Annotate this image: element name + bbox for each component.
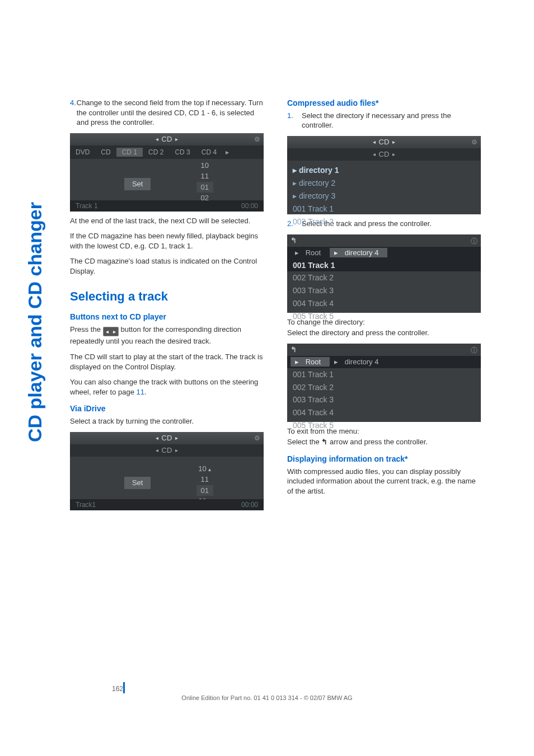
heading-selecting-track: Selecting a track xyxy=(70,288,264,305)
page: CD player and CD changer 4. Change to th… xyxy=(0,0,534,756)
paragraph: At the end of the last track, the next C… xyxy=(70,216,264,226)
text: arrow and press the controller. xyxy=(327,438,427,446)
right-column: Compressed audio files* 1. Select the di… xyxy=(287,98,481,515)
paragraph: If the CD magazine has been newly filled… xyxy=(70,231,264,251)
track-num: 11 xyxy=(196,474,213,485)
right-arrow-icon: ▸ xyxy=(392,138,395,146)
left-arrow-icon: ◂ xyxy=(373,138,376,146)
ss3-subbar: ◂ CD ▸ xyxy=(287,148,481,161)
list-item: 001 Track 1 xyxy=(293,203,475,215)
paragraph: Select the directory and press the contr… xyxy=(287,328,481,338)
gear-icon: ⚙ xyxy=(254,135,260,144)
step-list: 1. Select the directory if necessary and… xyxy=(287,111,481,130)
list-item: ▸ directory 2 xyxy=(293,177,475,190)
ss2-title: CD xyxy=(162,433,172,443)
paragraph: Select the ↰ arrow and press the control… xyxy=(287,437,481,447)
ss1-titlebar: ◂ CD ▸ ⚙ xyxy=(70,133,264,145)
paragraph: Select a track by turning the controller… xyxy=(70,416,264,426)
ss3-titlebar: ◂ CD ▸ ⚙ xyxy=(287,136,481,148)
list-item: 001 Track 1 xyxy=(287,259,481,272)
tab-more-arrow-icon: ▸ xyxy=(222,148,232,157)
ss5-back-row: ↰ ⓘ xyxy=(287,344,481,356)
gear-icon: ⓘ xyxy=(471,237,477,246)
text: Press the xyxy=(70,325,103,334)
screenshot-cd-selector: ◂ CD ▸ ⚙ DVD CD CD 1 CD 2 CD 3 CD 4 ▸ Se… xyxy=(70,133,264,212)
crumb-directory: ▸ directory 4 xyxy=(330,357,387,367)
right-arrow-icon: ▸ xyxy=(175,434,178,442)
paragraph: The CD magazine's load status is indicat… xyxy=(70,256,264,276)
screenshot-directory-change: ↰ ⓘ ▸ Root ▸ directory 4 001 Track 1 002… xyxy=(287,344,481,422)
tab-cd3: CD 3 xyxy=(169,148,195,157)
list-item: 005 Track 5 xyxy=(293,419,475,432)
content-columns: 4. Change to the second field from the t… xyxy=(70,98,481,515)
ss2-titlebar: ◂ CD ▸ ⚙ xyxy=(70,432,264,444)
gear-icon: ⚙ xyxy=(254,434,260,443)
text: . xyxy=(144,388,147,396)
ss3-title: CD xyxy=(379,137,390,147)
ss1-tabs: DVD CD CD 1 CD 2 CD 3 CD 4 ▸ xyxy=(70,145,264,159)
seek-button-icon: ◂ ▸ xyxy=(103,327,119,337)
list-item: 002 Track 2 xyxy=(293,215,475,228)
left-arrow-icon: ◂ xyxy=(156,135,158,143)
heading-display-info: Displaying information on track* xyxy=(287,454,481,464)
ss2-time: 00:00 xyxy=(241,500,258,510)
track-num: 11 xyxy=(196,171,213,182)
step-4-text: Change to the second field from the top … xyxy=(77,98,264,128)
back-arrow-icon: ↰ xyxy=(291,236,297,246)
paragraph: With compressed audio files, you can dis… xyxy=(287,467,481,496)
paragraph: Press the ◂ ▸ button for the correspondi… xyxy=(70,325,264,346)
track-num: 01 xyxy=(196,182,213,193)
paragraph: The CD will start to play at the start o… xyxy=(70,352,264,372)
gear-icon: ⚙ xyxy=(471,138,477,147)
step-4: 4. Change to the second field from the t… xyxy=(70,98,264,128)
screenshot-idrive-track: ◂ CD ▸ ⚙ ◂ CD ▸ Set 10 ▴ 11 01 02 ▾ xyxy=(70,432,264,510)
heading-compressed: Compressed audio files* xyxy=(287,98,481,109)
ss2-footer: Track1 00:00 xyxy=(70,499,264,510)
step-1-number: 1. xyxy=(287,111,302,130)
crumb-directory: ▸ directory 4 xyxy=(330,248,387,258)
paragraph: You can also change the track with butto… xyxy=(70,377,264,397)
text: Select the xyxy=(287,438,321,446)
crumb-root: ▸ Root xyxy=(291,357,330,367)
page-number-divider xyxy=(123,682,125,693)
step-4-number: 4. xyxy=(70,98,77,128)
ss1-set: Set xyxy=(124,178,151,190)
list-item: 002 Track 2 xyxy=(293,381,475,394)
ss2-track-label: Track1 xyxy=(76,500,96,510)
ss2-subbar: ◂ CD ▸ xyxy=(70,444,264,457)
list-item: 002 Track 2 xyxy=(293,271,475,284)
right-arrow-icon: ▸ xyxy=(175,447,178,454)
crumb-root: ▸ Root xyxy=(291,248,330,258)
list-item: ▸ directory 1 xyxy=(293,164,475,177)
ss4-track-list: 001 Track 1 002 Track 2 003 Track 3 004 … xyxy=(287,259,481,323)
left-arrow-icon: ◂ xyxy=(373,151,376,158)
track-num: 10 ▴ xyxy=(196,463,213,475)
list-item: 005 Track 5 xyxy=(293,310,475,323)
list-item: 004 Track 4 xyxy=(293,297,475,310)
ss5-track-list: 001 Track 1 002 Track 2 003 Track 3 004 … xyxy=(287,368,481,432)
track-num: 10 xyxy=(196,160,213,171)
tab-cd: CD xyxy=(95,148,116,157)
step-1-text: Select the directory if necessary and pr… xyxy=(302,111,481,130)
list-item: 003 Track 3 xyxy=(293,393,475,406)
track-num: 01 xyxy=(196,485,213,496)
ss1-footer: Track 1 00:00 xyxy=(70,200,264,212)
ss2-sub: CD xyxy=(162,445,172,456)
screenshot-directory-list: ◂ CD ▸ ⚙ ◂ CD ▸ ▸ directory 1 ▸ director… xyxy=(287,136,481,214)
ss4-breadcrumb: ▸ Root ▸ directory 4 xyxy=(287,247,481,259)
text: You can also change the track with butto… xyxy=(70,378,258,396)
list-item: 001 Track 1 xyxy=(293,368,475,381)
tab-dvd: DVD xyxy=(70,148,95,157)
list-item: 003 Track 3 xyxy=(293,284,475,297)
page-link-11[interactable]: 11 xyxy=(137,388,144,396)
back-arrow-icon: ↰ xyxy=(291,345,297,355)
right-arrow-icon: ▸ xyxy=(392,151,395,158)
right-arrow-icon: ▸ xyxy=(175,135,178,143)
back-arrow-icon: ↰ xyxy=(321,437,327,447)
tab-cd1: CD 1 xyxy=(116,148,143,157)
ss4-back-row: ↰ ⓘ xyxy=(287,234,481,247)
list-item: ▸ directory 3 xyxy=(293,190,475,203)
step-1: 1. Select the directory if necessary and… xyxy=(287,111,481,130)
left-arrow-icon: ◂ xyxy=(156,434,158,442)
ss1-title: CD xyxy=(162,134,172,144)
